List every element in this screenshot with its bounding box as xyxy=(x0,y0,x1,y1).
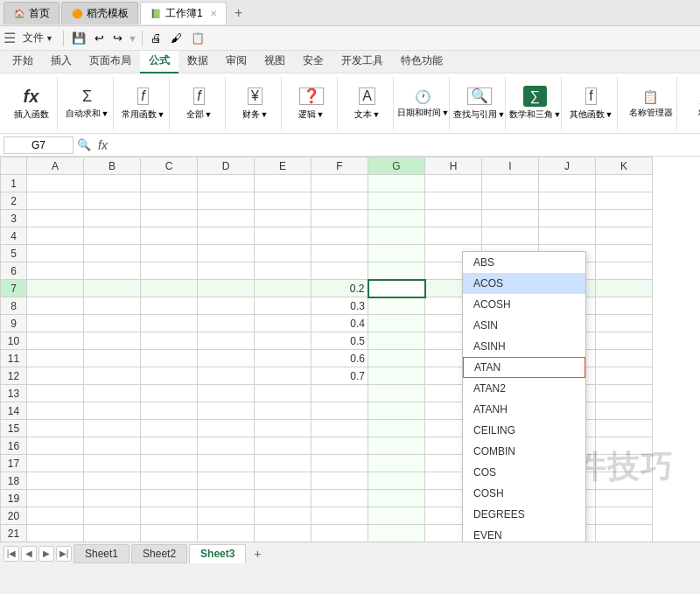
cell-D18[interactable] xyxy=(198,472,255,490)
paste-name-button[interactable]: 📌 xyxy=(695,88,700,105)
cell-F17[interactable] xyxy=(312,455,368,472)
cell-G1[interactable] xyxy=(368,175,425,192)
cell-K3[interactable] xyxy=(596,210,653,227)
cell-K10[interactable] xyxy=(596,332,653,350)
cell-B5[interactable] xyxy=(84,245,141,262)
row-header-20[interactable]: 20 xyxy=(1,507,27,525)
zoom-icon[interactable]: 🔍 xyxy=(77,138,91,151)
cell-G5[interactable] xyxy=(368,245,425,262)
cell-B19[interactable] xyxy=(84,490,141,507)
col-header-D[interactable]: D xyxy=(198,157,255,175)
logic-button[interactable]: ❓ xyxy=(296,86,327,107)
cell-D2[interactable] xyxy=(198,192,255,210)
cell-C1[interactable] xyxy=(141,175,198,192)
cell-C18[interactable] xyxy=(141,472,198,490)
dropdown-item-even[interactable]: EVEN xyxy=(463,525,585,542)
cell-E5[interactable] xyxy=(255,245,312,262)
cell-D8[interactable] xyxy=(198,297,255,315)
cell-C16[interactable] xyxy=(141,437,198,455)
cell-E18[interactable] xyxy=(255,472,312,490)
cell-I3[interactable] xyxy=(482,210,539,227)
row-header-9[interactable]: 9 xyxy=(1,315,27,332)
cell-A9[interactable] xyxy=(27,315,84,332)
cell-D12[interactable] xyxy=(198,367,255,385)
cell-C3[interactable] xyxy=(141,210,198,227)
col-header-J[interactable]: J xyxy=(539,157,596,175)
dropdown-item-cos[interactable]: COS xyxy=(463,462,585,483)
cell-K12[interactable] xyxy=(596,367,653,385)
cell-F9[interactable]: 0.4 xyxy=(312,315,368,332)
row-header-6[interactable]: 6 xyxy=(1,262,27,280)
cell-B2[interactable] xyxy=(84,192,141,210)
cell-K8[interactable] xyxy=(596,297,653,315)
cell-E21[interactable] xyxy=(255,525,312,542)
cell-J2[interactable] xyxy=(539,192,596,210)
cell-C14[interactable] xyxy=(141,402,198,420)
common-chevron[interactable]: ▼ xyxy=(158,110,165,119)
cell-B9[interactable] xyxy=(84,315,141,332)
cell-C2[interactable] xyxy=(141,192,198,210)
menu-file[interactable]: 文件 ▼ xyxy=(18,29,59,48)
col-header-I[interactable]: I xyxy=(482,157,539,175)
cell-G17[interactable] xyxy=(368,455,425,472)
cell-K17[interactable] xyxy=(596,455,653,472)
cell-F15[interactable] xyxy=(312,420,368,437)
cell-D6[interactable] xyxy=(198,262,255,280)
cell-F3[interactable] xyxy=(312,210,368,227)
cell-C17[interactable] xyxy=(141,455,198,472)
cell-F2[interactable] xyxy=(312,192,368,210)
tab-insert[interactable]: 插入 xyxy=(42,51,80,73)
sheet-nav-last[interactable]: ▶| xyxy=(56,546,72,562)
col-header-A[interactable]: A xyxy=(27,157,84,175)
cell-E13[interactable] xyxy=(255,385,312,402)
dropdown-item-combin[interactable]: COMBIN xyxy=(463,441,585,462)
tab-view[interactable]: 视图 xyxy=(256,51,294,73)
cell-D10[interactable] xyxy=(198,332,255,350)
cell-E19[interactable] xyxy=(255,490,312,507)
cell-I4[interactable] xyxy=(482,227,539,245)
cell-F4[interactable] xyxy=(312,227,368,245)
cell-G9[interactable] xyxy=(368,315,425,332)
cell-H3[interactable] xyxy=(425,210,482,227)
dropdown-item-abs[interactable]: ABS xyxy=(463,252,585,273)
cell-G8[interactable] xyxy=(368,297,425,315)
cell-A10[interactable] xyxy=(27,332,84,350)
cell-K9[interactable] xyxy=(596,315,653,332)
row-header-14[interactable]: 14 xyxy=(1,402,27,420)
cell-D14[interactable] xyxy=(198,402,255,420)
tab-page-layout[interactable]: 页面布局 xyxy=(80,51,140,73)
row-header-16[interactable]: 16 xyxy=(1,437,27,455)
cell-B18[interactable] xyxy=(84,472,141,490)
cell-A16[interactable] xyxy=(27,437,84,455)
finance-button[interactable]: ¥ xyxy=(244,86,266,107)
cell-B6[interactable] xyxy=(84,262,141,280)
row-header-4[interactable]: 4 xyxy=(1,227,27,245)
cell-G7[interactable] xyxy=(368,280,425,297)
undo-icon[interactable]: ↩ xyxy=(91,30,108,46)
cell-E1[interactable] xyxy=(255,175,312,192)
save-icon[interactable]: 💾 xyxy=(68,30,89,46)
cell-K11[interactable] xyxy=(596,350,653,367)
cell-E16[interactable] xyxy=(255,437,312,455)
tab-start[interactable]: 开始 xyxy=(4,51,42,73)
math-chevron[interactable]: ▼ xyxy=(554,110,562,119)
cell-C9[interactable] xyxy=(141,315,198,332)
cell-G19[interactable] xyxy=(368,490,425,507)
print-icon[interactable]: 🖨 xyxy=(147,30,165,46)
cell-E12[interactable] xyxy=(255,367,312,385)
cell-C13[interactable] xyxy=(141,385,198,402)
row-header-17[interactable]: 17 xyxy=(1,455,27,472)
cell-B11[interactable] xyxy=(84,350,141,367)
cell-D11[interactable] xyxy=(198,350,255,367)
cell-K13[interactable] xyxy=(596,385,653,402)
cell-B12[interactable] xyxy=(84,367,141,385)
cell-E9[interactable] xyxy=(255,315,312,332)
cell-H2[interactable] xyxy=(425,192,482,210)
cell-B20[interactable] xyxy=(84,507,141,525)
cell-F6[interactable] xyxy=(312,262,368,280)
cell-B21[interactable] xyxy=(84,525,141,542)
tab-formula[interactable]: 公式 xyxy=(140,51,178,73)
cell-J1[interactable] xyxy=(539,175,596,192)
sheet-tab-3[interactable]: Sheet3 xyxy=(189,544,246,563)
tab-developer[interactable]: 开发工具 xyxy=(332,51,392,73)
